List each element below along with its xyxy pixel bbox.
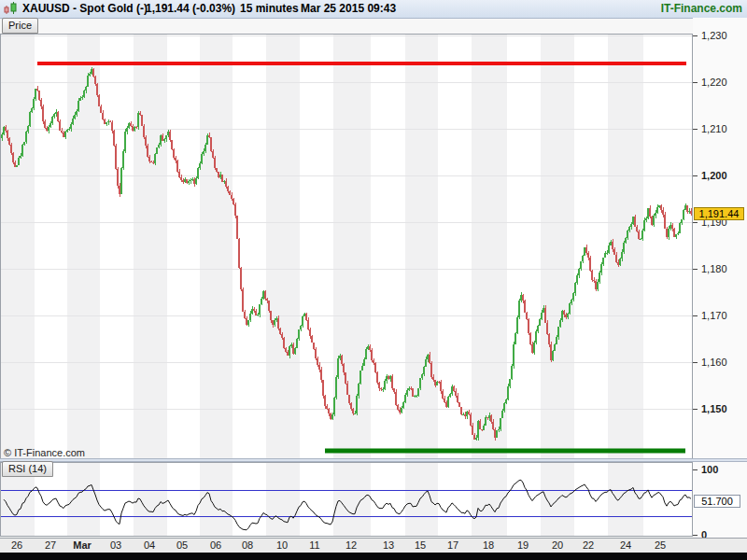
price-1160-tick (693, 362, 698, 363)
tab-rsi[interactable]: RSI (14) (2, 461, 53, 477)
rsi-100-tick (693, 469, 698, 470)
tab-price[interactable]: Price (2, 18, 38, 34)
x-axis-label-10: 10 (268, 539, 296, 551)
x-axis-label-27: 27 (36, 539, 64, 551)
copyright-watermark: © IT-Finance.com (4, 447, 85, 458)
price-1150-label: 1,150 (701, 402, 746, 415)
x-axis-label-17: 17 (439, 539, 467, 551)
x-axis-label-08: 08 (233, 539, 261, 551)
price-1180-label: 1,180 (701, 262, 746, 275)
x-axis-label-13: 13 (374, 539, 402, 551)
price-1190-tick (693, 222, 698, 223)
x-axis-label-06: 06 (202, 539, 230, 551)
price-1150-tick (693, 409, 698, 410)
current-rsi-badge: 51.700 (694, 495, 740, 508)
current-price-badge: 1,191.44 (694, 207, 744, 220)
x-axis-label-03: 03 (102, 539, 130, 551)
x-axis-label-26: 26 (3, 539, 31, 551)
x-axis-label-04: 04 (135, 539, 163, 551)
symbol-title: XAUUSD - Spot Gold (-) (22, 2, 148, 15)
x-axis-label-22: 22 (574, 539, 602, 551)
datetime-label: Mar 25 2015 09:43 (301, 2, 396, 15)
x-axis-label-11: 11 (301, 539, 329, 551)
brand-label: IT-Finance.com (661, 2, 742, 15)
x-axis-label-15: 15 (406, 539, 434, 551)
x-axis-label-18: 18 (474, 539, 502, 551)
price-1220-tick (693, 82, 698, 83)
price-chart-pane[interactable] (0, 34, 693, 459)
price-1210-tick (693, 129, 698, 130)
x-axis-label-19: 19 (509, 539, 537, 551)
price-1230-tick (693, 35, 698, 36)
x-axis-label-20: 20 (543, 539, 571, 551)
pane-divider[interactable] (0, 458, 747, 462)
price-1210-label: 1,210 (701, 122, 746, 135)
x-axis-label-mar: Mar (68, 539, 96, 551)
bottom-status-bar (0, 553, 747, 560)
rsi-100-label: 100 (701, 463, 746, 476)
rsi-chart-canvas[interactable] (1, 463, 692, 536)
price-1200-tick (693, 175, 698, 176)
price-1200-label: 1,200 (701, 169, 746, 182)
top-info-bar: XAUUSD - Spot Gold (-) 1,191.44 (-0.03%)… (0, 0, 747, 19)
last-price-and-change: 1,191.44 (-0.03%) (146, 2, 235, 15)
price-1230-label: 1,230 (701, 29, 746, 42)
price-1170-label: 1,170 (701, 309, 746, 322)
rsi-0-tick (693, 535, 698, 536)
x-axis-label-05: 05 (168, 539, 196, 551)
price-1180-tick (693, 269, 698, 270)
price-1220-label: 1,220 (701, 76, 746, 89)
x-axis-label-24: 24 (612, 539, 640, 551)
x-axis-label-25: 25 (646, 539, 674, 551)
price-1170-tick (693, 315, 698, 316)
price-1160-label: 1,160 (701, 356, 746, 369)
candlestick-chart-icon (4, 2, 19, 15)
timeframe-label: 15 minutes (240, 2, 299, 15)
price-chart-canvas[interactable] (1, 35, 692, 458)
x-axis-label-12: 12 (337, 539, 365, 551)
rsi-indicator-pane[interactable] (0, 462, 693, 537)
time-axis[interactable]: 2627Mar030405060810111213151718192022242… (0, 538, 747, 553)
